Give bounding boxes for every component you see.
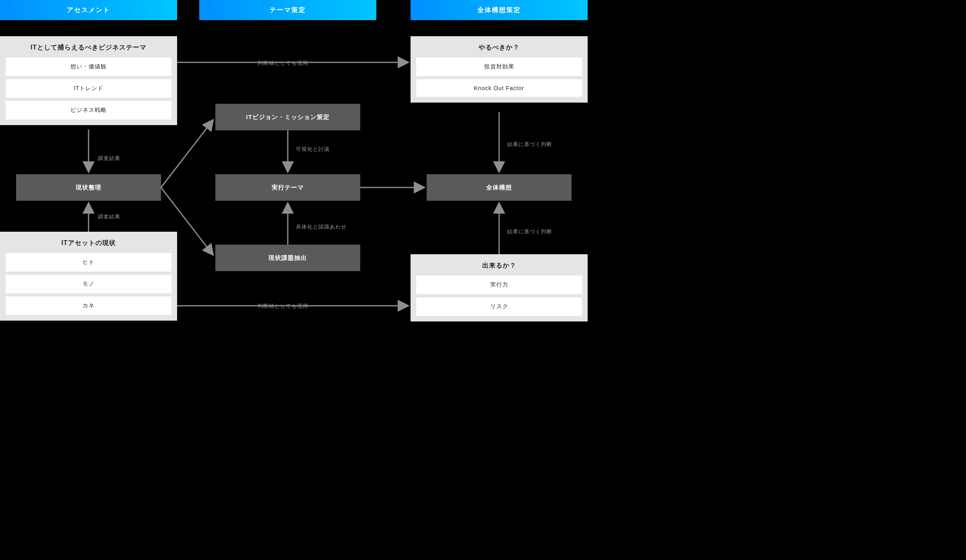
label-survey-bottom: 調査結果 [98, 213, 120, 220]
svg-line-4 [161, 121, 213, 187]
label-survey-top: 調査結果 [98, 155, 120, 162]
box-issue-extract: 現状課題抽出 [215, 245, 360, 271]
panel-it-asset: ITアセットの現状 ヒト モノ カネ [0, 232, 177, 321]
panel-title: やるべきか？ [416, 43, 582, 52]
label-criteria-bottom: 判断軸としても流用 [258, 303, 308, 310]
panel-item: リスク [416, 297, 582, 316]
panel-item: 想い・価値観 [6, 58, 171, 76]
panel-item: モノ [6, 275, 171, 293]
panel-item: ヒト [6, 253, 171, 272]
panel-should-do: やるべきか？ 投資対効果 Knock Out Factor [411, 36, 588, 103]
panel-item: Knock Out Factor [416, 79, 582, 97]
panel-business-theme: ITとして捕らえるべきビジネステーマ 想い・価値観 ITトレンド ビジネス戦略 [0, 36, 177, 125]
panel-title: ITアセットの現状 [6, 239, 171, 247]
panel-item: カネ [6, 296, 171, 315]
panel-can-do: 出来るか？ 実行力 リスク [411, 254, 588, 321]
panel-item: 投資対効果 [416, 58, 582, 76]
phase-header-assessment: アセスメント [0, 0, 177, 20]
box-exec-theme: 実行テーマ [215, 174, 360, 201]
label-criteria-top: 判断軸としても流用 [258, 60, 308, 67]
panel-item: ITトレンド [6, 79, 171, 98]
panel-title: 出来るか？ [416, 261, 582, 270]
box-current-status: 現状整理 [16, 174, 161, 201]
phase-header-concept: 全体構想策定 [411, 0, 588, 20]
panel-item: ビジネス戦略 [6, 101, 171, 119]
box-overall-concept: 全体構想 [427, 174, 572, 201]
label-result-top: 結果に基づく判断 [507, 141, 552, 148]
label-result-bottom: 結果に基づく判断 [507, 228, 552, 235]
phase-header-theme: テーマ策定 [199, 0, 376, 20]
label-concretize: 具体化と認識あわせ [296, 223, 347, 231]
panel-title: ITとして捕らえるべきビジネステーマ [6, 43, 171, 52]
panel-item: 実行力 [416, 276, 582, 294]
label-visualize: 可視化と討議 [296, 146, 330, 153]
box-vision-mission: ITビジョン・ミッション策定 [215, 104, 360, 130]
